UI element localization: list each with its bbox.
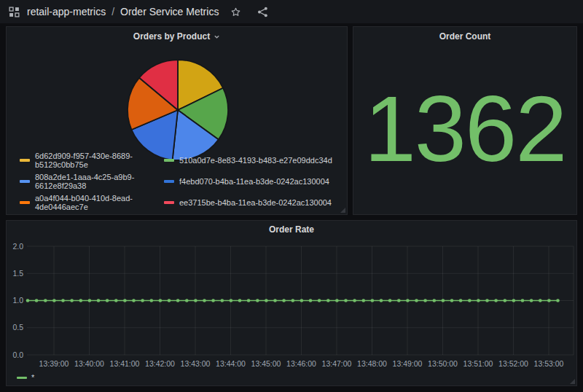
svg-text:13:41:00: 13:41:00 xyxy=(110,359,140,368)
svg-text:13:53:00: 13:53:00 xyxy=(534,359,564,368)
panel-title-orders-by-product[interactable]: Orders by Product xyxy=(7,27,347,46)
panel-order-rate: 2.01.51.00.50.013:39:0013:40:0013:41:001… xyxy=(6,220,577,386)
svg-text:13:42:00: 13:42:00 xyxy=(145,359,175,368)
svg-text:13:49:00: 13:49:00 xyxy=(393,359,423,368)
legend-label: 510a0d7e-8e83-4193-b483-e27e09ddc34d xyxy=(179,156,332,165)
legend-swatch xyxy=(20,159,30,162)
pie-legend: 6d62d909-f957-430e-8689-b5129c0bb75e510a… xyxy=(20,152,332,211)
order-rate-svg[interactable]: 2.01.51.00.50.013:39:0013:40:0013:41:001… xyxy=(7,221,576,385)
legend-swatch xyxy=(20,180,30,183)
pie-legend-item[interactable]: f4ebd070-b4ba-11ea-b3de-0242ac130004 xyxy=(164,173,332,190)
svg-text:13:40:00: 13:40:00 xyxy=(74,359,104,368)
star-icon[interactable] xyxy=(229,5,243,19)
share-icon[interactable] xyxy=(256,5,270,19)
svg-text:13:46:00: 13:46:00 xyxy=(286,359,316,368)
svg-text:13:44:00: 13:44:00 xyxy=(216,359,246,368)
panel-orders-by-product: Orders by Product 6d62d909-f957-430e-868… xyxy=(6,26,348,215)
panel-title-order-rate[interactable]: Order Rate xyxy=(7,221,576,238)
svg-text:13:39:00: 13:39:00 xyxy=(39,359,69,368)
rate-legend-item[interactable]: * xyxy=(17,373,34,382)
stat-value-area: 1362 xyxy=(353,46,576,211)
breadcrumb-folder[interactable]: retail-app-metrics xyxy=(27,6,106,17)
legend-label: * xyxy=(31,373,34,382)
svg-text:13:43:00: 13:43:00 xyxy=(181,359,211,368)
breadcrumb-separator: / xyxy=(111,6,114,17)
chevron-down-icon xyxy=(214,34,220,40)
panel-title-text: Orders by Product xyxy=(133,31,210,42)
svg-text:1.0: 1.0 xyxy=(12,296,23,305)
y-axis-labels: 2.01.51.00.50.0 xyxy=(12,242,23,359)
svg-text:13:52:00: 13:52:00 xyxy=(498,359,528,368)
x-axis-labels: 13:39:0013:40:0013:41:0013:42:0013:43:00… xyxy=(39,359,564,368)
panel-title-text: Order Count xyxy=(439,31,491,42)
panel-title-text: Order Rate xyxy=(269,224,314,235)
svg-text:13:50:00: 13:50:00 xyxy=(428,359,458,368)
legend-label: 6d62d909-f957-430e-8689-b5129c0bb75e xyxy=(35,152,163,169)
breadcrumb-dashboard-title[interactable]: Order Service Metrics xyxy=(120,6,219,17)
pie-legend-item[interactable]: 6d62d909-f957-430e-8689-b5129c0bb75e xyxy=(20,152,163,169)
legend-swatch xyxy=(17,377,27,379)
legend-swatch xyxy=(164,201,174,204)
legend-label: 808a2de1-1aaa-4c25-a9b9-6612e8f29a38 xyxy=(35,173,163,190)
pie-legend-item[interactable]: 808a2de1-1aaa-4c25-a9b9-6612e8f29a38 xyxy=(20,173,163,190)
svg-text:0.5: 0.5 xyxy=(12,323,23,332)
legend-swatch xyxy=(164,180,174,183)
panel-title-order-count[interactable]: Order Count xyxy=(353,27,576,46)
series-points xyxy=(26,299,560,302)
legend-label: ee3715be-b4ba-11ea-b3de-0242ac130004 xyxy=(179,198,332,207)
pie-legend-item[interactable]: ee3715be-b4ba-11ea-b3de-0242ac130004 xyxy=(164,194,332,211)
legend-label: f4ebd070-b4ba-11ea-b3de-0242ac130004 xyxy=(179,177,329,186)
svg-text:13:45:00: 13:45:00 xyxy=(251,359,281,368)
legend-label: a0a4f044-b040-410d-8ead-4de0446aec7e xyxy=(35,194,163,211)
stat-value: 1362 xyxy=(364,82,566,176)
svg-text:1.5: 1.5 xyxy=(12,269,23,278)
panel-resize-handle[interactable] xyxy=(340,208,345,213)
pie-legend-item[interactable]: a0a4f044-b040-410d-8ead-4de0446aec7e xyxy=(20,194,163,211)
legend-swatch xyxy=(20,201,30,204)
panel-order-count: Order Count 1362 xyxy=(353,26,577,215)
svg-text:0.0: 0.0 xyxy=(12,350,23,359)
apps-icon[interactable] xyxy=(7,5,21,19)
svg-text:13:51:00: 13:51:00 xyxy=(463,359,493,368)
panel-resize-handle[interactable] xyxy=(570,379,575,384)
svg-text:13:48:00: 13:48:00 xyxy=(357,359,387,368)
legend-swatch xyxy=(164,159,174,162)
svg-text:2.0: 2.0 xyxy=(12,242,23,251)
pie-legend-item[interactable]: 510a0d7e-8e83-4193-b483-e27e09ddc34d xyxy=(164,152,332,169)
svg-text:13:47:00: 13:47:00 xyxy=(322,359,352,368)
top-nav-bar: retail-app-metrics / Order Service Metri… xyxy=(0,0,583,23)
